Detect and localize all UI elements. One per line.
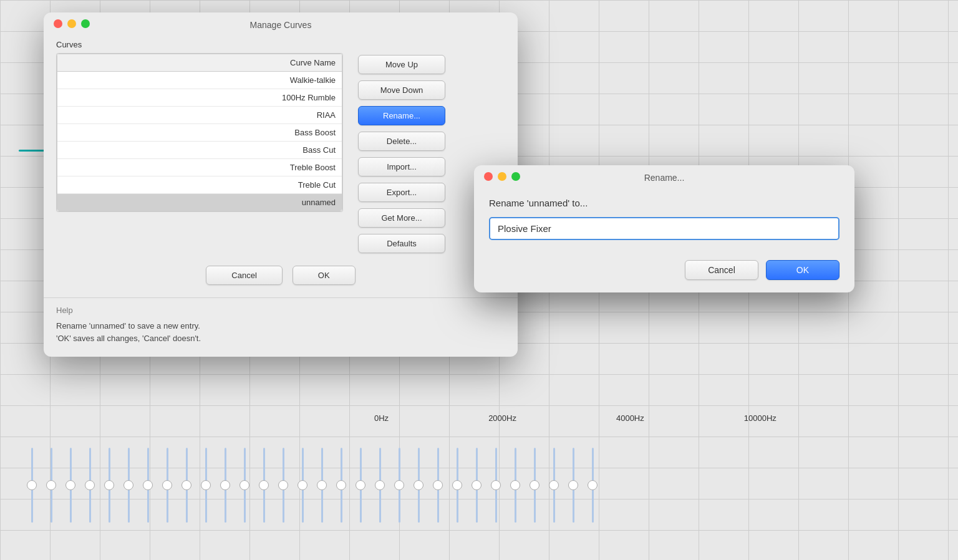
defaults-button[interactable]: Defaults (358, 234, 445, 253)
rename-dialog: Rename... Rename 'unnamed' to... Cancel … (474, 165, 854, 292)
help-section: Help Rename 'unnamed' to save a new entr… (44, 297, 518, 357)
sliders-area (31, 429, 904, 560)
rename-footer: Cancel OK (474, 253, 854, 292)
slider-10[interactable] (205, 448, 207, 554)
slider-29[interactable] (573, 448, 574, 554)
curve-name-header: Curve Name (57, 54, 342, 72)
slider-27[interactable] (534, 448, 536, 554)
maximize-button[interactable] (81, 19, 90, 28)
curve-row-walkie[interactable]: Walkie-talkie (57, 72, 342, 89)
manage-curves-buttons: Move Up Move Down Rename... Delete... Im… (358, 40, 445, 253)
slider-12[interactable] (244, 448, 246, 554)
rename-close-button[interactable] (484, 172, 493, 181)
curves-table: Curve Name Walkie-talkie 100Hz Rumble RI… (57, 54, 342, 211)
slider-5[interactable] (109, 448, 110, 554)
manage-curves-titlebar: Manage Curves (44, 12, 518, 35)
slider-28[interactable] (553, 448, 555, 554)
freq-label-10000: 10000Hz (744, 413, 777, 423)
rename-window-controls (484, 172, 520, 181)
slider-1[interactable] (31, 448, 33, 554)
rename-instruction: Rename 'unnamed' to... (489, 198, 839, 208)
rename-body: Rename 'unnamed' to... (474, 188, 854, 253)
slider-3[interactable] (70, 448, 72, 554)
window-controls (54, 19, 90, 28)
minimize-button[interactable] (67, 19, 76, 28)
freq-label-2000: 2000Hz (488, 413, 516, 423)
rename-titlebar: Rename... (474, 165, 854, 188)
slider-4[interactable] (89, 448, 91, 554)
curve-row-100hz[interactable]: 100Hz Rumble (57, 89, 342, 107)
manage-curves-footer: Cancel OK (44, 266, 518, 297)
slider-11[interactable] (225, 448, 226, 554)
freq-label-4000: 4000Hz (616, 413, 644, 423)
move-up-button[interactable]: Move Up (358, 55, 445, 74)
slider-18[interactable] (360, 448, 362, 554)
slider-7[interactable] (147, 448, 149, 554)
freq-labels: 0Hz 2000Hz 4000Hz 10000Hz (374, 413, 777, 423)
rename-button[interactable]: Rename... (358, 106, 445, 125)
slider-15[interactable] (302, 448, 304, 554)
curves-table-scroll[interactable]: Curve Name Walkie-talkie 100Hz Rumble RI… (56, 53, 343, 212)
slider-16[interactable] (321, 448, 323, 554)
freq-label-0: 0Hz (374, 413, 389, 423)
import-button[interactable]: Import... (358, 157, 445, 176)
manage-curves-title: Manage Curves (250, 20, 312, 30)
slider-30[interactable] (592, 448, 594, 554)
help-text: Rename 'unnamed' to save a new entry. 'O… (56, 320, 505, 344)
help-text-line1: Rename 'unnamed' to save a new entry. (56, 321, 200, 331)
ok-button-main[interactable]: OK (293, 266, 356, 285)
slider-26[interactable] (515, 448, 516, 554)
slider-9[interactable] (186, 448, 188, 554)
rename-cancel-button[interactable]: Cancel (685, 260, 758, 280)
slider-25[interactable] (495, 448, 497, 554)
rename-title: Rename... (644, 173, 685, 183)
export-button[interactable]: Export... (358, 183, 445, 202)
close-button[interactable] (54, 19, 62, 28)
delete-button[interactable]: Delete... (358, 132, 445, 151)
slider-23[interactable] (457, 448, 458, 554)
rename-maximize-button[interactable] (511, 172, 520, 181)
rename-input[interactable] (489, 217, 839, 240)
slider-20[interactable] (399, 448, 400, 554)
get-more-button[interactable]: Get More... (358, 208, 445, 228)
slider-6[interactable] (128, 448, 130, 554)
rename-ok-button[interactable]: OK (766, 260, 839, 280)
slider-14[interactable] (283, 448, 284, 554)
slider-8[interactable] (167, 448, 168, 554)
move-down-button[interactable]: Move Down (358, 80, 445, 100)
manage-curves-dialog: Manage Curves Curves Curve Name Walkie-t… (44, 12, 518, 357)
slider-24[interactable] (476, 448, 478, 554)
curve-row-bass-cut[interactable]: Bass Cut (57, 142, 342, 159)
rename-minimize-button[interactable] (498, 172, 506, 181)
curve-row-unnamed[interactable]: unnamed (57, 194, 342, 211)
manage-curves-body: Curves Curve Name Walkie-talkie 100Hz Ru… (44, 35, 518, 266)
curve-row-bass-boost[interactable]: Bass Boost (57, 124, 342, 142)
slider-21[interactable] (418, 448, 420, 554)
help-label: Help (56, 306, 505, 315)
cancel-button-main[interactable]: Cancel (206, 266, 282, 285)
slider-13[interactable] (263, 448, 265, 554)
help-text-line2: 'OK' saves all changes, 'Cancel' doesn't… (56, 334, 201, 343)
curve-row-treble-boost[interactable]: Treble Boost (57, 159, 342, 176)
slider-22[interactable] (437, 448, 439, 554)
curve-row-riaa[interactable]: RIAA (57, 107, 342, 124)
slider-2[interactable] (51, 448, 52, 554)
curve-row-treble-cut[interactable]: Treble Cut (57, 176, 342, 194)
slider-17[interactable] (341, 448, 342, 554)
curves-list-container: Curves Curve Name Walkie-talkie 100Hz Ru… (56, 40, 343, 253)
slider-19[interactable] (379, 448, 381, 554)
curves-label: Curves (56, 40, 343, 49)
